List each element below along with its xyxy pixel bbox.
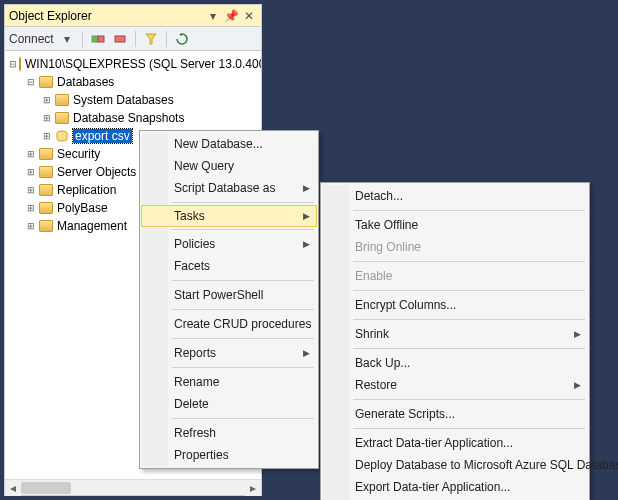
chevron-right-icon: ▶ — [574, 329, 581, 339]
node-label: Server Objects — [57, 165, 136, 179]
menu-label: Detach... — [355, 189, 403, 203]
menu-label: Generate Scripts... — [355, 407, 455, 421]
menu-script-database[interactable]: Script Database as▶ — [142, 177, 316, 199]
menu-policies[interactable]: Policies▶ — [142, 233, 316, 255]
separator — [166, 31, 167, 47]
menu-extract-data-tier[interactable]: Extract Data-tier Application... — [323, 432, 587, 454]
dropdown-icon[interactable]: ▾ — [205, 8, 221, 24]
expander-plus-icon[interactable]: ⊞ — [25, 220, 37, 232]
toolbar: Connect ▾ — [5, 27, 261, 51]
menu-label: Rename — [174, 375, 219, 389]
menu-properties[interactable]: Properties — [142, 444, 316, 466]
node-label: PolyBase — [57, 201, 108, 215]
menu-create-crud[interactable]: Create CRUD procedures — [142, 313, 316, 335]
chevron-right-icon: ▶ — [574, 380, 581, 390]
chevron-down-icon[interactable]: ▾ — [58, 30, 76, 48]
expander-plus-icon[interactable]: ⊞ — [25, 148, 37, 160]
tree-node-system-databases[interactable]: ⊞ System Databases — [7, 91, 259, 109]
menu-generate-scripts[interactable]: Generate Scripts... — [323, 403, 587, 425]
panel-title-bar: Object Explorer ▾ 📌 ✕ — [5, 5, 261, 27]
folder-icon — [39, 76, 53, 88]
menu-delete[interactable]: Delete — [142, 393, 316, 415]
menu-detach[interactable]: Detach... — [323, 185, 587, 207]
menu-reports[interactable]: Reports▶ — [142, 342, 316, 364]
expander-plus-icon[interactable]: ⊞ — [25, 202, 37, 214]
expander-minus-icon[interactable]: ⊟ — [25, 76, 37, 88]
connect-icon[interactable] — [89, 30, 107, 48]
close-icon[interactable]: ✕ — [241, 8, 257, 24]
scroll-left-icon[interactable]: ◂ — [5, 480, 21, 496]
node-label: Replication — [57, 183, 116, 197]
svg-rect-0 — [92, 36, 98, 42]
menu-start-powershell[interactable]: Start PowerShell — [142, 284, 316, 306]
scrollbar-thumb[interactable] — [21, 482, 71, 494]
menu-separator — [353, 290, 585, 291]
menu-bring-online: Bring Online — [323, 236, 587, 258]
menu-label: Create CRUD procedures — [174, 317, 311, 331]
menu-tasks[interactable]: Tasks▶ — [141, 205, 317, 227]
tree-node-database-snapshots[interactable]: ⊞ Database Snapshots — [7, 109, 259, 127]
node-label-selected: export csv — [73, 129, 132, 143]
node-label: Management — [57, 219, 127, 233]
menu-separator — [353, 210, 585, 211]
menu-new-database[interactable]: New Database... — [142, 133, 316, 155]
menu-label: Refresh — [174, 426, 216, 440]
menu-label: New Query — [174, 159, 234, 173]
scrollbar-track[interactable] — [21, 480, 245, 496]
expander-plus-icon[interactable]: ⊞ — [41, 112, 53, 124]
chevron-right-icon: ▶ — [303, 239, 310, 249]
expander-plus-icon[interactable]: ⊞ — [25, 166, 37, 178]
menu-restore[interactable]: Restore▶ — [323, 374, 587, 396]
scroll-right-icon[interactable]: ▸ — [245, 480, 261, 496]
menu-separator — [172, 280, 314, 281]
expander-plus-icon[interactable]: ⊞ — [41, 130, 53, 142]
tree-node-databases[interactable]: ⊟ Databases — [7, 73, 259, 91]
menu-refresh[interactable]: Refresh — [142, 422, 316, 444]
menu-new-query[interactable]: New Query — [142, 155, 316, 177]
svg-rect-1 — [98, 36, 104, 42]
horizontal-scrollbar[interactable]: ◂ ▸ — [5, 479, 261, 495]
menu-separator — [172, 229, 314, 230]
menu-separator — [353, 399, 585, 400]
menu-label: Restore — [355, 378, 397, 392]
menu-separator — [172, 418, 314, 419]
expander-minus-icon[interactable]: ⊟ — [9, 58, 17, 70]
menu-separator — [172, 367, 314, 368]
menu-separator — [353, 261, 585, 262]
menu-label: Facets — [174, 259, 210, 273]
menu-label: Properties — [174, 448, 229, 462]
tree-node-server[interactable]: ⊟ WIN10\SQLEXPRESS (SQL Server 13.0.4001… — [7, 55, 259, 73]
chevron-right-icon: ▶ — [303, 183, 310, 193]
node-label: Databases — [57, 75, 114, 89]
menu-encrypt-columns[interactable]: Encrypt Columns... — [323, 294, 587, 316]
menu-back-up[interactable]: Back Up... — [323, 352, 587, 374]
connect-button[interactable]: Connect — [9, 32, 54, 46]
menu-separator — [172, 309, 314, 310]
panel-title: Object Explorer — [9, 9, 205, 23]
menu-label: New Database... — [174, 137, 263, 151]
folder-icon — [55, 112, 69, 124]
filter-icon[interactable] — [142, 30, 160, 48]
menu-deploy-azure[interactable]: Deploy Database to Microsoft Azure SQL D… — [323, 454, 587, 476]
pin-icon[interactable]: 📌 — [223, 8, 239, 24]
menu-label: Delete — [174, 397, 209, 411]
separator — [82, 31, 83, 47]
chevron-right-icon: ▶ — [303, 348, 310, 358]
refresh-icon[interactable] — [173, 30, 191, 48]
menu-label: Policies — [174, 237, 215, 251]
menu-rename[interactable]: Rename — [142, 371, 316, 393]
disconnect-icon[interactable] — [111, 30, 129, 48]
menu-separator — [353, 319, 585, 320]
tasks-submenu: Detach... Take Offline Bring Online Enab… — [320, 182, 590, 500]
menu-label: Shrink — [355, 327, 389, 341]
menu-shrink[interactable]: Shrink▶ — [323, 323, 587, 345]
expander-plus-icon[interactable]: ⊞ — [25, 184, 37, 196]
menu-export-data-tier[interactable]: Export Data-tier Application... — [323, 476, 587, 498]
menu-facets[interactable]: Facets — [142, 255, 316, 277]
menu-label: Export Data-tier Application... — [355, 480, 510, 494]
menu-label: Enable — [355, 269, 392, 283]
menu-take-offline[interactable]: Take Offline — [323, 214, 587, 236]
folder-icon — [39, 202, 53, 214]
menu-separator — [172, 202, 314, 203]
expander-plus-icon[interactable]: ⊞ — [41, 94, 53, 106]
